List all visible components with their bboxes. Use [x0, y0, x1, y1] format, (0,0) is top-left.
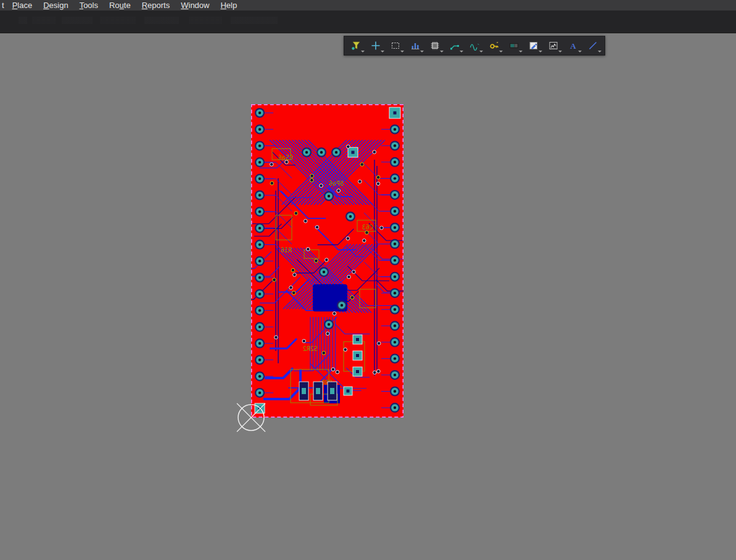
dropdown-arrow-icon — [381, 51, 384, 52]
selection-box-icon[interactable] — [386, 37, 405, 54]
svg-text:C5a6: C5a6 — [278, 154, 293, 161]
dropdown-arrow-icon — [598, 51, 602, 52]
dropdown-arrow-icon — [460, 51, 463, 52]
key-icon[interactable] — [484, 37, 504, 54]
accelerator-letter: P — [12, 1, 18, 10]
draft-pen-icon[interactable] — [524, 37, 544, 54]
menu-item-design[interactable]: Design — [38, 0, 73, 10]
signal-icon[interactable] — [465, 37, 484, 54]
text-icon[interactable]: A — [563, 37, 583, 54]
menu-item-truncated-0[interactable]: t — [0, 0, 7, 10]
chip-icon[interactable] — [425, 37, 445, 54]
menu-item-help[interactable]: Help — [215, 0, 242, 10]
floating-toolbar: A — [344, 36, 605, 56]
dropdown-arrow-icon — [440, 51, 444, 52]
accelerator-letter: H — [220, 1, 226, 10]
svg-text:8Pa6: 8Pa6 — [329, 180, 344, 187]
route-icon[interactable] — [445, 37, 465, 54]
dropdown-arrow-icon — [519, 51, 523, 52]
accelerator-letter: W — [181, 1, 188, 10]
svg-text:R16: R16 — [281, 247, 292, 253]
dropdown-arrow-icon — [558, 51, 562, 52]
line-icon[interactable] — [583, 37, 603, 54]
pcb-board[interactable]: C5a68Pa6C63R16S2R28R0a — [251, 104, 403, 418]
menu-item-reports[interactable]: Reports — [136, 0, 176, 10]
svg-text:S2R2: S2R2 — [303, 345, 318, 352]
menu-item-place[interactable]: Place — [7, 0, 38, 10]
menu-item-window[interactable]: Window — [175, 0, 215, 10]
dropdown-arrow-icon — [479, 51, 483, 52]
secondary-toolbar — [0, 10, 736, 33]
pcb-editor-window: tPlaceDesignToolsRouteReportsWindowHelp … — [0, 0, 736, 560]
menu-item-route[interactable]: Route — [104, 0, 136, 10]
crosshair-icon[interactable] — [366, 37, 386, 54]
accelerator-letter: u — [120, 1, 124, 10]
menubar: tPlaceDesignToolsRouteReportsWindowHelp — [0, 0, 736, 10]
board-room-icon[interactable] — [504, 37, 524, 54]
dropdown-arrow-icon — [578, 51, 582, 52]
svg-text:C63: C63 — [362, 224, 373, 231]
menu-item-tools[interactable]: Tools — [74, 0, 104, 10]
filter-icon[interactable] — [346, 37, 366, 54]
ghosted-toolbar-remnant — [19, 17, 278, 24]
dropdown-arrow-icon — [420, 51, 424, 52]
pcb-board-graphic: C5a68Pa6C63R16S2R28R0a — [251, 104, 403, 418]
histogram-icon[interactable] — [544, 37, 563, 54]
accelerator-letter: T — [80, 1, 84, 10]
dropdown-arrow-icon — [499, 51, 503, 52]
bar-chart-icon[interactable] — [405, 37, 425, 54]
accelerator-letter: R — [142, 1, 147, 10]
accelerator-letter: D — [43, 1, 49, 10]
dropdown-arrow-icon — [400, 51, 404, 52]
dropdown-arrow-icon — [539, 51, 542, 52]
svg-text:A: A — [570, 41, 576, 51]
dropdown-arrow-icon — [361, 51, 365, 52]
